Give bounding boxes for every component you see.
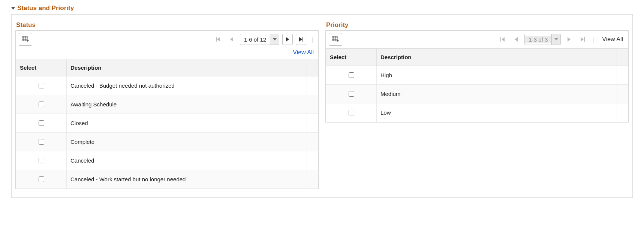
table-row: Complete: [16, 133, 318, 151]
svg-marker-25: [581, 37, 584, 42]
svg-marker-8: [217, 37, 220, 42]
col-header-extra: [307, 59, 318, 76]
row-description: Complete: [67, 133, 307, 151]
row-description: Canceled - Budget needed not authorized: [67, 76, 307, 95]
row-description: Awaiting Schedule: [67, 95, 307, 114]
toolbar-separator: |: [591, 36, 597, 43]
status-toolbar: 1-6 of 12 |: [16, 31, 318, 48]
row-description: High: [377, 66, 617, 85]
priority-table: Select Description High Medium: [326, 48, 628, 122]
grid-action-menu-button[interactable]: [19, 33, 32, 46]
section-header[interactable]: Status and Priority: [11, 4, 633, 12]
table-row: Low: [326, 103, 628, 122]
svg-rect-1: [22, 36, 27, 41]
range-select[interactable]: 1-3 of 3: [524, 34, 561, 45]
priority-nav: 1-3 of 3 | View All: [497, 34, 625, 45]
svg-marker-9: [230, 37, 233, 42]
table-row: Closed: [16, 114, 318, 133]
status-title: Status: [16, 21, 319, 29]
table-row: Medium: [326, 85, 628, 103]
svg-marker-22: [515, 37, 518, 42]
row-description: Canceled: [67, 151, 307, 170]
svg-marker-24: [568, 37, 571, 42]
row-checkbox[interactable]: [349, 110, 354, 115]
section-title: Status and Priority: [17, 4, 74, 12]
view-all-link[interactable]: View All: [600, 36, 625, 43]
collapse-toggle-icon[interactable]: [11, 6, 15, 10]
priority-grid: 1-3 of 3 | View All: [325, 30, 629, 123]
table-row: Awaiting Schedule: [16, 95, 318, 114]
last-page-button[interactable]: [577, 34, 588, 45]
svg-marker-0: [11, 7, 15, 10]
priority-title: Priority: [326, 21, 629, 29]
toolbar-separator: |: [309, 36, 315, 43]
table-row: Canceled - Budget needed not authorized: [16, 76, 318, 95]
row-checkbox[interactable]: [39, 139, 44, 145]
status-nav: 1-6 of 12 |: [213, 34, 315, 45]
col-header-description[interactable]: Description: [67, 59, 307, 76]
col-header-select[interactable]: Select: [326, 49, 377, 66]
priority-panel: Priority: [325, 21, 629, 123]
svg-marker-10: [273, 38, 277, 40]
prev-page-button[interactable]: [226, 34, 237, 45]
row-checkbox[interactable]: [39, 83, 44, 88]
row-checkbox[interactable]: [349, 72, 354, 78]
row-checkbox[interactable]: [349, 91, 354, 97]
table-row: High: [326, 66, 628, 85]
col-header-extra: [617, 49, 628, 66]
row-description: Closed: [67, 114, 307, 133]
range-select[interactable]: 1-6 of 12: [240, 34, 279, 45]
row-description: Low: [377, 103, 617, 122]
row-description: Medium: [377, 85, 617, 103]
row-checkbox[interactable]: [39, 176, 44, 182]
range-text: 1-6 of 12: [240, 36, 270, 43]
status-panel: Status: [15, 21, 319, 189]
status-grid: 1-6 of 12 | View All: [15, 30, 319, 189]
status-priority-container: Status: [11, 14, 633, 198]
row-checkbox[interactable]: [39, 120, 44, 126]
view-all-link[interactable]: View All: [16, 48, 318, 59]
svg-marker-11: [286, 37, 289, 42]
first-page-button[interactable]: [213, 34, 223, 45]
grid-action-menu-button[interactable]: [329, 33, 342, 46]
row-checkbox[interactable]: [39, 102, 44, 107]
prev-page-button[interactable]: [511, 34, 521, 45]
priority-toolbar: 1-3 of 3 | View All: [326, 31, 628, 48]
svg-marker-12: [299, 37, 302, 42]
chevron-down-icon: [551, 34, 560, 45]
table-row: Canceled - Work started but no longer ne…: [16, 170, 318, 189]
table-row: Canceled: [16, 151, 318, 170]
last-page-button[interactable]: [296, 34, 306, 45]
svg-marker-21: [502, 37, 505, 42]
first-page-button[interactable]: [497, 34, 508, 45]
col-header-select[interactable]: Select: [16, 59, 67, 76]
chevron-down-icon: [270, 34, 279, 45]
row-description: Canceled - Work started but no longer ne…: [67, 170, 307, 189]
col-header-description[interactable]: Description: [377, 49, 617, 66]
next-page-button[interactable]: [282, 34, 293, 45]
status-table: Select Description Canceled - Budget nee…: [16, 59, 318, 189]
range-text: 1-3 of 3: [525, 36, 551, 43]
next-page-button[interactable]: [564, 34, 574, 45]
row-checkbox[interactable]: [39, 158, 44, 163]
svg-marker-23: [554, 38, 558, 40]
svg-rect-14: [332, 36, 337, 41]
